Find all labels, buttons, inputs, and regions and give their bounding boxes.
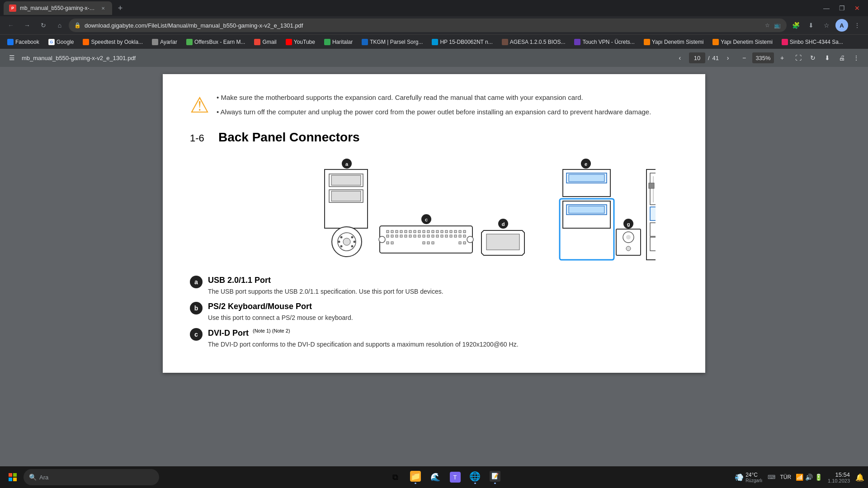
bookmark-button[interactable]: ☆ xyxy=(819,18,834,33)
pdf-zoom-input[interactable] xyxy=(752,52,774,63)
svg-rect-109 xyxy=(650,237,656,251)
notification-icon[interactable]: 🔔 xyxy=(855,473,864,482)
bookmark-hp[interactable]: HP 15-DB0062NT n... xyxy=(428,38,496,46)
bookmark-google[interactable]: G Google xyxy=(45,38,78,46)
svg-rect-28 xyxy=(409,230,411,233)
pdf-page-input[interactable] xyxy=(689,52,705,63)
pdf-zoom-out[interactable]: − xyxy=(738,52,750,64)
svg-rect-126 xyxy=(13,473,17,477)
svg-rect-58 xyxy=(463,235,466,237)
star-icon[interactable]: ☆ xyxy=(763,21,771,29)
tab-favicon: P xyxy=(9,5,16,12)
bookmark-yapi1[interactable]: Yapı Denetim Sistemi xyxy=(640,38,708,46)
downloads-button[interactable]: ⬇ xyxy=(804,18,818,33)
maximize-button[interactable]: ❐ xyxy=(835,1,849,15)
bookmark-offers[interactable]: OffersBux - Earn M... xyxy=(183,38,249,46)
bookmark-label: Google xyxy=(57,39,74,45)
bookmark-agesa[interactable]: AGESA 1.2.0.5 BIOS... xyxy=(498,38,569,46)
svg-rect-56 xyxy=(454,235,457,237)
connector-desc-c: The DVI-D port conforms to the DVI-D spe… xyxy=(208,340,678,349)
pdf-zoom-in[interactable]: + xyxy=(776,52,788,64)
home-button[interactable]: ⌂ xyxy=(52,18,67,33)
warning-section: ⚠ Make sure the motherboard supports the… xyxy=(190,92,678,121)
connector-list: a USB 2.0/1.1 Port The USB port supports… xyxy=(190,276,678,349)
taskbar-search[interactable]: 🔍 Ara xyxy=(24,469,159,485)
language-indicator[interactable]: TÜR xyxy=(777,474,794,480)
close-button[interactable]: ✕ xyxy=(850,1,864,15)
svg-rect-30 xyxy=(418,230,420,233)
svg-rect-35 xyxy=(441,230,443,233)
bookmark-ayarlar[interactable]: Ayarlar xyxy=(148,38,181,46)
weather-widget[interactable]: 💨 24°C Rüzgarlı xyxy=(731,472,766,483)
svg-rect-44 xyxy=(400,235,402,237)
start-button[interactable] xyxy=(4,468,22,486)
pdf-next-page[interactable]: › xyxy=(722,52,734,64)
svg-rect-38 xyxy=(454,230,457,233)
svg-rect-45 xyxy=(405,235,407,237)
connector-title-c: DVI-D Port (Note 1) (Note 2) xyxy=(208,328,678,338)
address-bar[interactable]: 🔒 download.gigabyte.com/FileList/Manual/… xyxy=(69,19,787,32)
pdf-more-options[interactable]: ⋮ xyxy=(850,52,863,64)
active-indicator xyxy=(415,483,416,484)
svg-rect-47 xyxy=(414,235,416,237)
minimize-button[interactable]: — xyxy=(819,1,834,15)
svg-rect-43 xyxy=(396,235,398,237)
file-explorer-icon: 📁 xyxy=(410,471,421,482)
bookmark-gmail[interactable]: Gmail xyxy=(250,38,280,46)
network-icon[interactable]: 📶 xyxy=(796,474,803,481)
svg-point-84 xyxy=(626,235,631,239)
tab-close-button[interactable]: ✕ xyxy=(99,5,107,12)
svg-rect-53 xyxy=(441,235,443,237)
extensions-button[interactable]: 🧩 xyxy=(788,18,803,33)
pdf-prev-page[interactable]: ‹ xyxy=(674,52,686,64)
keyboard-icon: ⌨ xyxy=(768,474,775,480)
bookmark-label: Touch VPN - Ücrets... xyxy=(582,39,634,45)
bookmark-sinbo[interactable]: Sinbo SHC-4344 Sa... xyxy=(778,38,847,46)
profile-button[interactable]: A xyxy=(835,18,849,33)
pdf-page-total: 41 xyxy=(712,55,719,61)
connector-note-c: (Note 1) (Note 2) xyxy=(253,328,290,333)
svg-rect-24 xyxy=(391,230,393,233)
bookmark-youtube[interactable]: YouTube xyxy=(282,38,319,46)
system-clock[interactable]: 15:54 1.10.2023 xyxy=(824,471,854,483)
teams-button[interactable]: T xyxy=(446,466,464,488)
warning-text-2: Always turn off the computer and unplug … xyxy=(217,107,651,117)
bookmark-tkgm[interactable]: TKGM | Parsel Sorg... xyxy=(358,38,426,46)
bookmark-facebook[interactable]: Facebook xyxy=(4,38,43,46)
weather-button[interactable]: 🌊 xyxy=(426,466,444,488)
refresh-button[interactable]: ↻ xyxy=(36,18,51,33)
pdf-rotate[interactable]: ↻ xyxy=(807,52,819,64)
pdf-presentation-mode[interactable]: ⛶ xyxy=(792,52,805,64)
bookmark-speedtest[interactable]: Speedtest by Ookla... xyxy=(79,38,146,46)
file-explorer-button[interactable]: 📁 xyxy=(406,466,425,488)
svg-rect-20 xyxy=(380,226,472,253)
svg-point-13 xyxy=(351,236,354,239)
section-title: Back Panel Connectors xyxy=(218,130,360,144)
task-view-button[interactable]: ⧉ xyxy=(387,466,405,488)
svg-rect-52 xyxy=(436,235,439,237)
svg-rect-59 xyxy=(387,242,389,244)
svg-rect-41 xyxy=(387,235,389,237)
active-tab[interactable]: P mb_manual_b550-gaming-x-v2_e_1301.pdf … xyxy=(4,1,112,15)
pdf-sidebar-toggle[interactable]: ☰ xyxy=(5,52,18,64)
volume-icon[interactable]: 🔊 xyxy=(805,474,813,481)
bookmark-yapi2[interactable]: Yapı Denetim Sistemi xyxy=(709,38,776,46)
section-number: 1-6 xyxy=(190,132,204,144)
pdf-download[interactable]: ⬇ xyxy=(821,52,834,64)
bookmark-maps[interactable]: Haritalar xyxy=(321,38,356,46)
svg-rect-73 xyxy=(569,174,604,182)
forward-button[interactable]: → xyxy=(20,18,34,33)
edge-button[interactable]: 🌐 xyxy=(466,466,484,488)
notes-button[interactable]: 📝 xyxy=(486,466,504,488)
svg-point-11 xyxy=(343,238,350,245)
svg-rect-37 xyxy=(450,230,452,233)
menu-button[interactable]: ⋮ xyxy=(850,18,864,33)
lock-icon: 🔒 xyxy=(74,22,81,28)
pdf-scroll-area[interactable]: ⚠ Make sure the motherboard supports the… xyxy=(0,67,868,466)
pdf-page-separator: / xyxy=(708,55,710,61)
back-button[interactable]: ← xyxy=(4,18,18,33)
bookmark-touchvpn[interactable]: Touch VPN - Ücrets... xyxy=(571,38,638,46)
new-tab-button[interactable]: + xyxy=(114,2,127,14)
pdf-print[interactable]: 🖨 xyxy=(835,52,848,64)
cast-icon[interactable]: 📺 xyxy=(773,21,781,29)
